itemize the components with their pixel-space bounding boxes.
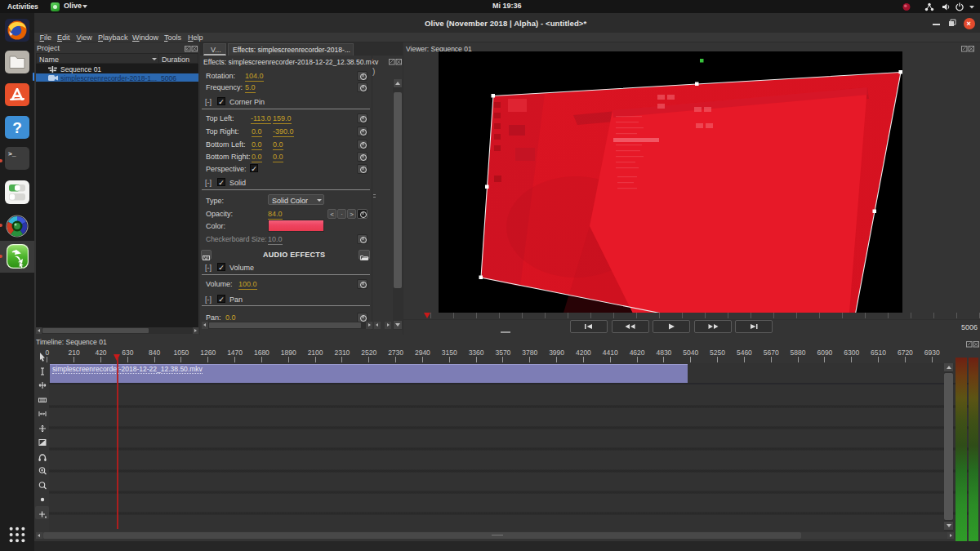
svg-text:>_: >_: [8, 150, 16, 158]
svg-text:?: ?: [12, 119, 22, 136]
